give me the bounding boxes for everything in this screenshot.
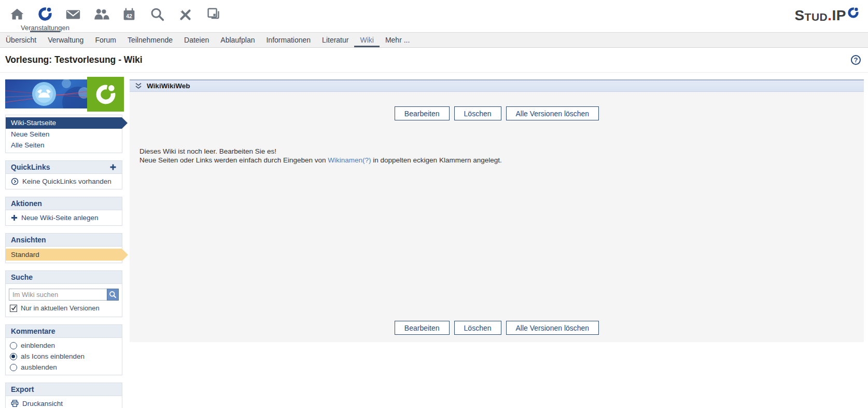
toolbar-tools-button[interactable] [171, 0, 199, 32]
toolbar-search-button[interactable] [143, 0, 171, 32]
toolbar-community-button[interactable] [87, 0, 115, 32]
tab-mehr[interactable]: Mehr ... [380, 33, 415, 47]
sidebar-item-alle-seiten[interactable]: Alle Seiten [6, 140, 122, 151]
courses-swirl-icon [37, 6, 53, 22]
circle-arrow-icon [11, 178, 19, 185]
studip-swirl-icon [846, 8, 860, 21]
export-title: Export [11, 385, 34, 393]
tab-forum[interactable]: Forum [89, 33, 121, 47]
comments-option-ausblenden[interactable]: ausblenden [6, 362, 122, 373]
tab-verwaltung[interactable]: Verwaltung [42, 33, 89, 47]
course-logo-green-swirl [87, 77, 124, 112]
plus-icon [11, 214, 18, 221]
studip-logo: STUD.IP [794, 8, 860, 23]
plus-icon[interactable] [109, 164, 117, 171]
radio-icon[interactable] [10, 342, 17, 349]
logo-text: S [794, 8, 804, 23]
wiki-search-input[interactable] [9, 289, 107, 301]
question-mark-icon: ? [854, 56, 858, 64]
tab-ablaufplan[interactable]: Ablaufplan [215, 33, 260, 47]
tab-literatur[interactable]: Literatur [316, 33, 354, 47]
empty-message-line2: Neue Seiten oder Links werden einfach du… [139, 156, 864, 165]
collapse-chevrons-icon[interactable] [135, 83, 142, 89]
aktionen-widget: Aktionen Neue Wiki-Seite anlegen [5, 197, 122, 226]
help-button[interactable]: ? [851, 55, 861, 65]
tab-informationen[interactable]: Informationen [260, 33, 316, 47]
wiki-actions-bottom: Bearbeiten Löschen Alle Versionen lösche… [130, 321, 864, 335]
search-submit-button[interactable] [107, 289, 119, 301]
delete-button[interactable]: Löschen [454, 106, 501, 120]
tab-teilnehmende[interactable]: Teilnehmende [122, 33, 178, 47]
toolbar-schedule-button[interactable]: 42 [115, 0, 143, 32]
rooms-icon [204, 6, 222, 23]
quicklinks-widget: QuickLinks Keine QuickLinks vorhanden [5, 160, 122, 189]
sidebar: Wiki-Startseite Neue Seiten Alle Seiten … [5, 79, 122, 408]
quicklinks-title: QuickLinks [11, 163, 50, 171]
page-title: Vorlesung: Testvorlesung - Wiki [5, 55, 143, 65]
empty-message-line1: Dieses Wiki ist noch leer. Bearbeiten Si… [139, 147, 864, 156]
comments-option-als-icons[interactable]: als Icons einblenden [6, 351, 122, 362]
radio-checked-icon[interactable] [10, 353, 17, 360]
page-header: Vorlesung: Testvorlesung - Wiki ? [0, 48, 868, 73]
wiki-panel-body: Bearbeiten Löschen Alle Versionen lösche… [130, 92, 864, 342]
course-banner-image [5, 79, 122, 108]
edit-button[interactable]: Bearbeiten [395, 106, 450, 120]
aktionen-title: Aktionen [11, 199, 42, 208]
course-tab-bar: Übersicht Verwaltung Forum Teilnehmende … [0, 32, 868, 48]
export-widget: Export Druckansicht PDF-Ausgabe [5, 383, 122, 408]
comments-option-einblenden[interactable]: einblenden [6, 340, 122, 351]
toolbar-rooms-button[interactable] [199, 0, 227, 32]
tab-dateien[interactable]: Dateien [178, 33, 215, 47]
wiki-panel: WikiWikiWeb Bearbeiten Löschen Alle Vers… [130, 79, 864, 342]
tab-uebersicht[interactable]: Übersicht [0, 33, 42, 47]
wiki-page-name: WikiWikiWeb [147, 82, 190, 90]
wiki-actions-top: Bearbeiten Löschen Alle Versionen lösche… [130, 106, 864, 120]
search-icon [148, 6, 166, 23]
checkbox-checked-icon[interactable] [10, 305, 17, 312]
community-icon [92, 6, 110, 23]
view-standard[interactable]: Standard [6, 249, 122, 261]
checkbox-label: Nur in aktuellen Versionen [21, 304, 100, 312]
main-content: WikiWikiWeb Bearbeiten Löschen Alle Vers… [130, 79, 864, 408]
home-icon [8, 6, 26, 23]
wiki-panel-header[interactable]: WikiWikiWeb [130, 80, 864, 92]
current-versions-checkbox-row[interactable]: Nur in aktuellen Versionen [6, 303, 122, 315]
sidebar-item-wiki-startseite[interactable]: Wiki-Startseite [6, 117, 122, 129]
suche-title: Suche [11, 273, 33, 281]
top-toolbar: Veranstaltungen 42 [0, 0, 868, 32]
delete-button[interactable]: Löschen [454, 321, 501, 335]
search-icon [109, 291, 117, 298]
mail-icon [64, 6, 82, 23]
tab-wiki[interactable]: Wiki [354, 33, 379, 47]
kommentare-title: Kommentare [11, 327, 55, 335]
wiki-empty-message: Dieses Wiki ist noch leer. Bearbeiten Si… [139, 147, 864, 165]
suche-widget: Suche Nur in aktuellen Versionen [5, 270, 122, 317]
kommentare-widget: Kommentare einblenden als Icons einblend… [5, 324, 122, 375]
schedule-icon: 42 [120, 6, 138, 23]
toolbar-mail-button[interactable] [59, 0, 87, 32]
sidebar-item-neue-seiten[interactable]: Neue Seiten [6, 129, 122, 140]
new-wiki-page-link[interactable]: Neue Wiki-Seite anlegen [6, 212, 122, 223]
printer-icon [11, 400, 19, 407]
tools-icon [176, 6, 194, 23]
svg-text:42: 42 [126, 13, 132, 19]
quicklinks-empty-text: Keine QuickLinks vorhanden [22, 178, 111, 185]
toolbar-courses-button[interactable]: Veranstaltungen [31, 0, 59, 32]
radio-icon[interactable] [10, 364, 17, 371]
delete-all-versions-button[interactable]: Alle Versionen löschen [506, 321, 599, 335]
delete-all-versions-button[interactable]: Alle Versionen löschen [506, 106, 599, 120]
wikinamen-help-link[interactable]: Wikinamen(?) [328, 156, 371, 164]
ansichten-widget: Ansichten Standard [5, 233, 122, 263]
edit-button[interactable]: Bearbeiten [395, 321, 450, 335]
print-view-link[interactable]: Druckansicht [6, 398, 122, 408]
ansichten-title: Ansichten [11, 236, 46, 244]
quicklinks-empty-row: Keine QuickLinks vorhanden [6, 176, 122, 187]
wiki-nav-widget: Wiki-Startseite Neue Seiten Alle Seiten [5, 115, 122, 153]
